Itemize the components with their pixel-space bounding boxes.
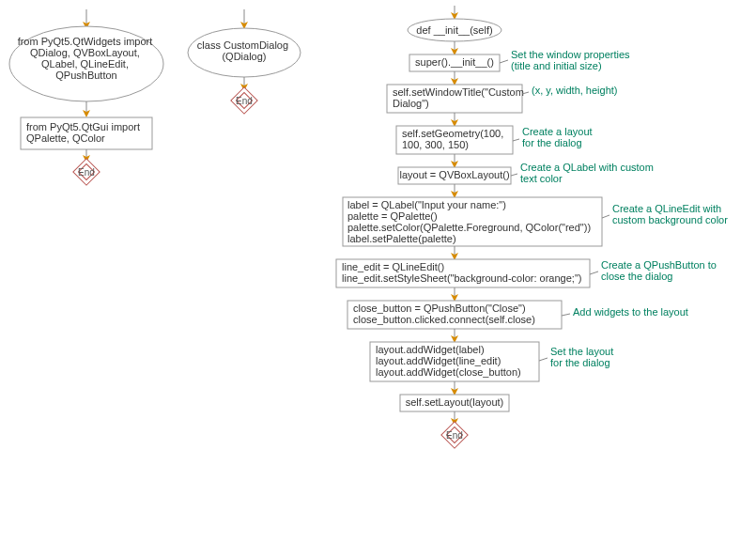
col2: class CustomDialog (QDialog) End xyxy=(188,9,301,114)
col3: def __init__(self) super().__init__() Se… xyxy=(336,6,728,448)
comment-lineedit: Create a QLineEdit with custom backgroun… xyxy=(612,203,728,225)
ellipse-init-text: def __init__(self) xyxy=(416,24,492,36)
box-layout-text: layout = QVBoxLayout() xyxy=(399,169,509,180)
svg-text:End: End xyxy=(236,96,253,106)
col1: from PyQt5.QtWidgets import QDialog, QVB… xyxy=(9,9,163,185)
svg-text:End: End xyxy=(78,167,95,178)
comment-xywh: (x, y, width, height) xyxy=(532,85,618,96)
svg-line-13 xyxy=(500,60,508,63)
comment-pushbutton: Create a QPushButton to close the dialog xyxy=(601,259,719,282)
svg-text:End: End xyxy=(446,430,463,441)
box-button-text: close_button = QPushButton("Close") clos… xyxy=(353,303,535,325)
svg-line-21 xyxy=(602,215,609,218)
comment-qlabel: Create a QLabel with custom text color xyxy=(520,162,656,184)
svg-line-23 xyxy=(590,272,598,274)
comment-addwidgets: Add widgets to the layout xyxy=(573,306,688,318)
svg-line-17 xyxy=(513,139,519,141)
comment-layout: Create a layout for the dialog xyxy=(522,126,595,148)
svg-line-27 xyxy=(539,358,548,361)
box-setlayout-text: self.setLayout(layout) xyxy=(406,396,504,408)
svg-line-25 xyxy=(562,314,570,316)
svg-line-19 xyxy=(511,174,517,176)
comment-setlayout: Set the layout for the dialog xyxy=(550,346,616,368)
end-node-col1: End xyxy=(73,159,100,185)
end-node-col2: End xyxy=(231,87,257,114)
end-node-col3: End xyxy=(441,422,468,448)
flowchart-diagram: from PyQt5.QtWidgets import QDialog, QVB… xyxy=(0,0,756,543)
box-super-text: super().__init__() xyxy=(415,56,494,68)
comment-window-props: Set the window properties (title and ini… xyxy=(511,49,633,71)
